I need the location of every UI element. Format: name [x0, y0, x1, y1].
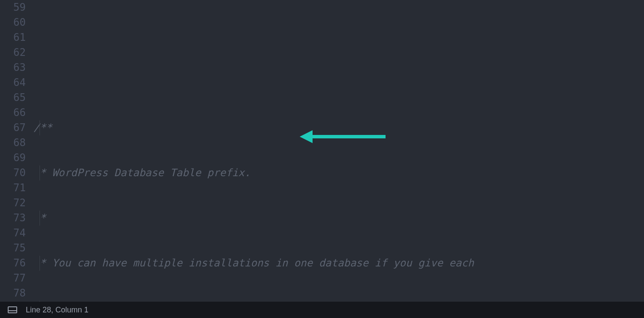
- line-number: 78: [0, 286, 26, 301]
- code-line[interactable]: [33, 45, 644, 60]
- status-bar[interactable]: Line 28, Column 1: [0, 302, 644, 318]
- line-number: 76: [0, 256, 26, 271]
- line-number: 72: [0, 196, 26, 211]
- line-number: 60: [0, 15, 26, 30]
- line-number: 66: [0, 105, 26, 120]
- line-number: 63: [0, 60, 26, 75]
- code-area[interactable]: /** * WordPress Database Table prefix. *…: [33, 0, 644, 301]
- line-number: 64: [0, 75, 26, 90]
- token-comment: * You can have multiple installations in…: [33, 257, 474, 269]
- line-number: 65: [0, 90, 26, 105]
- token-comment: /**: [33, 122, 52, 134]
- line-number: 67: [0, 120, 26, 135]
- code-line[interactable]: * WordPress Database Table prefix.: [33, 165, 644, 180]
- panel-toggle-icon[interactable]: [8, 306, 17, 313]
- line-number-gutter: 59 60 61 62 63 64 65 66 67 68 69 70 71 7…: [0, 0, 33, 301]
- line-number: 75: [0, 241, 26, 256]
- line-number: 77: [0, 271, 26, 286]
- code-editor[interactable]: 59 60 61 62 63 64 65 66 67 68 69 70 71 7…: [0, 0, 644, 301]
- line-number: 69: [0, 150, 26, 165]
- code-line[interactable]: *: [33, 211, 644, 226]
- line-number: 59: [0, 0, 26, 15]
- code-line[interactable]: * You can have multiple installations in…: [33, 256, 644, 271]
- code-line[interactable]: /**: [33, 120, 644, 135]
- line-number: 62: [0, 45, 26, 60]
- cursor-position: Line 28, Column 1: [26, 303, 88, 318]
- line-number: 73: [0, 211, 26, 226]
- token-comment: * WordPress Database Table prefix.: [33, 167, 251, 179]
- line-number: 71: [0, 180, 26, 196]
- line-number: 70: [0, 165, 26, 180]
- line-number: 61: [0, 30, 26, 45]
- line-number: 74: [0, 226, 26, 241]
- line-number: 68: [0, 135, 26, 150]
